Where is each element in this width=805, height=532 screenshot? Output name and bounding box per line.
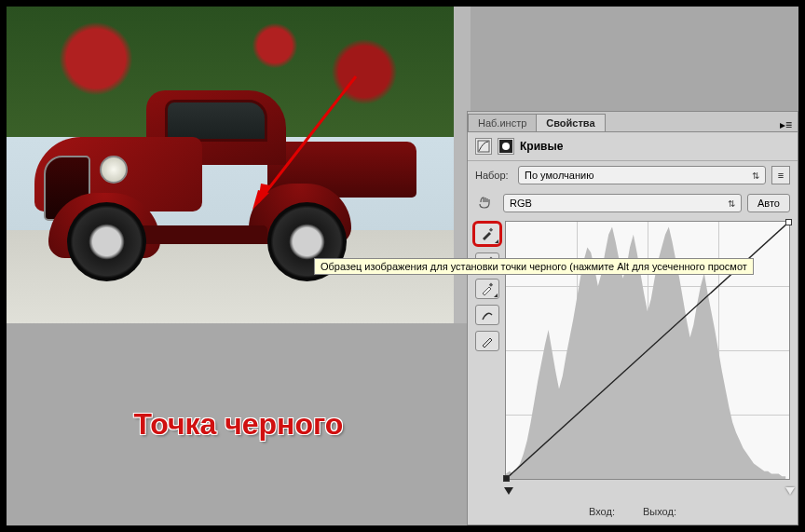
- tab-tool-presets[interactable]: Наб.инстр: [468, 114, 537, 131]
- adjustment-type-icon: [475, 138, 492, 155]
- preset-menu-icon[interactable]: ≡: [771, 166, 790, 184]
- white-slider-icon[interactable]: [785, 487, 795, 495]
- select-arrows-icon: ⇅: [752, 171, 759, 181]
- smooth-curve-icon[interactable]: [475, 305, 499, 325]
- input-label: Вход:: [589, 506, 615, 517]
- pencil-curve-icon[interactable]: [475, 331, 499, 351]
- channel-select[interactable]: RGB ⇅: [503, 194, 742, 212]
- black-point-eyedropper-icon[interactable]: [472, 221, 502, 247]
- curve-white-handle[interactable]: [785, 219, 792, 225]
- panel-flyout-icon[interactable]: ▸≡: [774, 118, 798, 131]
- preset-select[interactable]: По умолчанию ⇅: [518, 166, 766, 184]
- panel-tabs: Наб.инстр Свойства ▸≡: [468, 112, 798, 132]
- svg-rect-6: [489, 228, 493, 232]
- preset-value: По умолчанию: [525, 170, 594, 181]
- svg-rect-8: [489, 283, 493, 287]
- svg-point-5: [502, 143, 510, 150]
- channel-value: RGB: [510, 198, 532, 209]
- layer-mask-icon[interactable]: [498, 138, 514, 155]
- black-slider-icon[interactable]: [504, 487, 513, 495]
- panel-title: Кривые: [520, 140, 563, 153]
- preset-label: Набор:: [475, 170, 512, 181]
- targeted-adjustment-icon[interactable]: [475, 195, 498, 212]
- curve-black-handle[interactable]: [503, 475, 510, 482]
- auto-button[interactable]: Авто: [747, 194, 790, 212]
- output-label: Выход:: [643, 506, 676, 517]
- document-image[interactable]: [7, 7, 454, 323]
- white-point-eyedropper-icon[interactable]: [475, 279, 499, 299]
- tab-properties[interactable]: Свойства: [536, 114, 605, 131]
- tooltip: Образец изображения для установки точки …: [314, 258, 754, 275]
- select-arrows-icon: ⇅: [728, 198, 735, 209]
- annotation-caption: Точка черного: [134, 407, 344, 442]
- properties-panel: Наб.инстр Свойства ▸≡ Кривые Набор: По у…: [467, 111, 798, 525]
